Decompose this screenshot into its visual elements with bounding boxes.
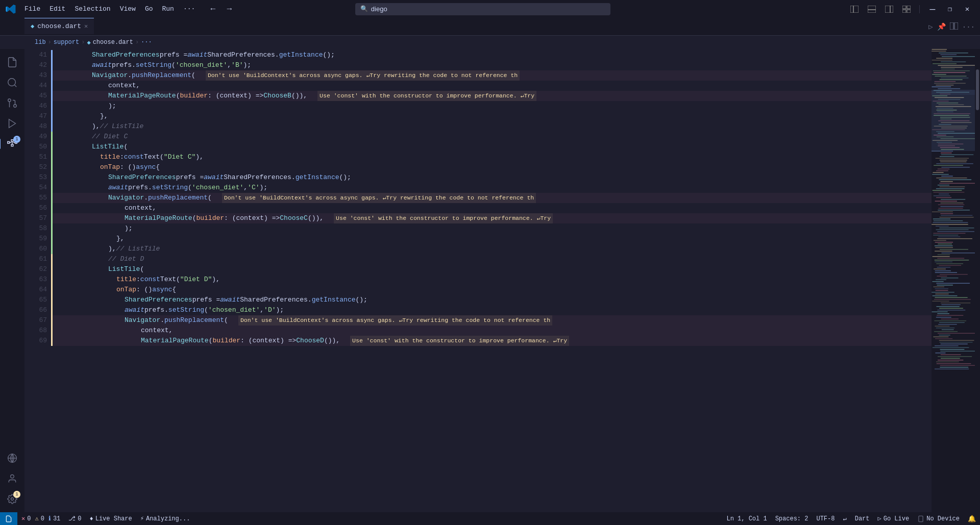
eol-label: ↵ [843,515,846,522]
code-line-43: Navigator.pushReplacement( Don't use 'Bu… [51,70,932,81]
line-border-indicator [51,101,53,111]
dart-icon-breadcrumb: ◆ [87,39,90,46]
layout-sidebar-button[interactable] [847,3,862,15]
line-border-indicator [51,91,53,101]
status-git[interactable]: ⎇ 0 [64,512,85,525]
code-line-59: }, [51,234,932,244]
layout-editor-button[interactable] [881,3,897,15]
status-position[interactable]: Ln 1, Col 1 [722,512,771,525]
line-number-61: 61 [24,254,47,264]
minimap[interactable] [932,49,975,512]
status-encoding[interactable]: UTF-8 [812,512,839,525]
main-area: 1 1 414243444546474849505152 [0,49,980,512]
tab-label: choose.dart [37,22,81,30]
position-label: Ln 1, Col 1 [726,515,767,522]
menu-file[interactable]: File [20,3,44,15]
pin-button[interactable]: 📌 [937,22,946,31]
line-number-68: 68 [24,326,47,336]
breadcrumb-support[interactable]: support [54,39,79,46]
titlebar: File Edit Selection View Go Run ··· ← → … [0,0,980,18]
vscode-logo [5,4,16,15]
editor-actions: ▷ 📌 ··· [928,18,980,36]
golive-label: Go Live [884,515,909,522]
line-border-indicator [51,223,53,234]
status-errors[interactable]: ✕ 0 ⚠ 0 ℹ 31 [17,512,64,525]
nav-back-button[interactable]: ← [205,3,220,15]
breadcrumb: lib › support › ◆ choose.dart › ··· [0,36,980,49]
line-number-45: 45 [24,91,47,101]
menu-view[interactable]: View [116,3,140,15]
line-border-indicator [51,244,53,254]
status-analyzing[interactable]: ⚡ Analyzing... [136,512,194,525]
code-editor[interactable]: 4142434445464748495051525354555657585960… [24,49,980,512]
status-nodevice[interactable]: No Device [913,512,964,525]
status-language[interactable]: Dart [851,512,874,525]
menu-go[interactable]: Go [141,3,157,15]
scrollbar-thumb[interactable] [976,69,979,110]
code-line-62: ListTile( [51,264,932,274]
more-actions-button[interactable]: ··· [962,23,975,31]
liveshare-label: Live Share [95,515,132,522]
layout-panel-button[interactable] [864,3,879,15]
tab-close-button[interactable]: ✕ [84,22,88,30]
close-button[interactable]: ✕ [960,3,975,15]
activity-extensions[interactable]: 1 [3,135,21,153]
svg-rect-1 [853,6,859,13]
lightning-icon: ⚡ [140,515,144,522]
activity-explorer[interactable] [3,53,21,71]
device-icon [917,515,924,522]
line-number-53: 53 [24,172,47,183]
split-editor-button[interactable] [950,22,958,32]
breadcrumb-file[interactable]: ◆ choose.dart [87,39,133,46]
minimize-button[interactable]: — [925,3,940,15]
run-code-button[interactable]: ▷ [928,22,933,31]
search-input[interactable] [371,5,605,13]
activity-source-control[interactable] [3,94,21,112]
code-line-56: context, [51,203,932,213]
encoding-label: UTF-8 [816,515,835,522]
svg-rect-18 [8,141,10,143]
activity-search[interactable] [3,73,21,92]
code-line-60: ), // ListTile [51,244,932,254]
menu-run[interactable]: Run [158,3,178,15]
git-branch-icon: ⎇ [68,515,76,522]
status-golive[interactable]: ▷ Go Live [874,512,914,525]
menu-selection[interactable]: Selection [70,3,114,15]
line-number-65: 65 [24,295,47,305]
line-border-indicator [51,70,53,81]
code-line-50: ListTile( [51,142,932,152]
status-eol[interactable]: ↵ [839,512,850,525]
line-border-indicator [51,162,53,172]
title-search-bar[interactable]: 🔍 [355,3,610,15]
breadcrumb-sep-3: › [135,39,139,46]
search-icon: 🔍 [360,5,368,13]
activity-account[interactable] [3,469,21,488]
code-content[interactable]: SharedPreferences prefs = await SharedPr… [51,49,932,512]
code-line-65: SharedPreferences prefs = await SharedPr… [51,295,932,305]
line-number-42: 42 [24,60,47,70]
activity-settings[interactable]: 1 [3,490,21,508]
breadcrumb-lib[interactable]: lib [35,39,46,46]
golive-icon: ▷ [878,515,881,522]
status-spaces[interactable]: Spaces: 2 [771,512,813,525]
settings-badge: 1 [13,491,20,498]
activity-run-debug[interactable] [3,114,21,133]
spaces-label: Spaces: 2 [775,515,808,522]
code-line-52: onTap: () async { [51,162,932,172]
liveshare-icon: ♦ [89,515,93,522]
status-bell[interactable]: 🔔 [964,512,980,525]
status-liveshare[interactable]: ♦ Live Share [85,512,136,525]
line-border-indicator [51,234,53,244]
nav-forward-button[interactable]: → [222,3,237,15]
maximize-button[interactable]: ❐ [942,3,958,15]
svg-rect-2 [868,6,876,10]
vertical-scrollbar[interactable] [975,49,980,512]
status-remote[interactable] [0,512,17,525]
tab-choose-dart[interactable]: ◆ choose.dart ✕ [24,18,94,34]
menu-edit[interactable]: Edit [45,3,69,15]
menu-more[interactable]: ··· [179,3,199,15]
layout-custom-button[interactable] [899,3,914,15]
activity-remote-explorer[interactable] [3,449,21,467]
line-number-50: 50 [24,142,47,152]
breadcrumb-more[interactable]: ··· [141,39,152,46]
